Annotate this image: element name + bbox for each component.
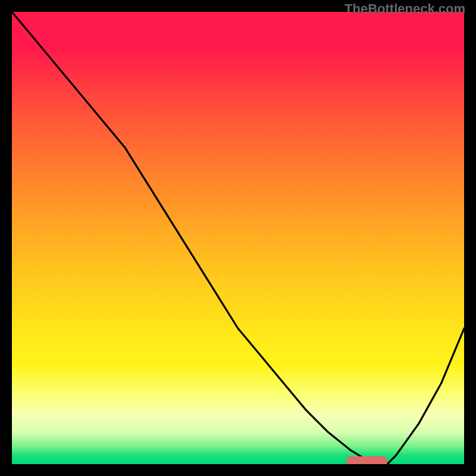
bottleneck-curve bbox=[12, 12, 464, 464]
chart-overlay bbox=[12, 12, 464, 464]
chart-frame: TheBottleneck.com bbox=[0, 0, 476, 476]
watermark-text: TheBottleneck.com bbox=[345, 1, 465, 17]
gradient-plot-area bbox=[12, 12, 464, 464]
optimal-range-marker bbox=[346, 456, 387, 464]
